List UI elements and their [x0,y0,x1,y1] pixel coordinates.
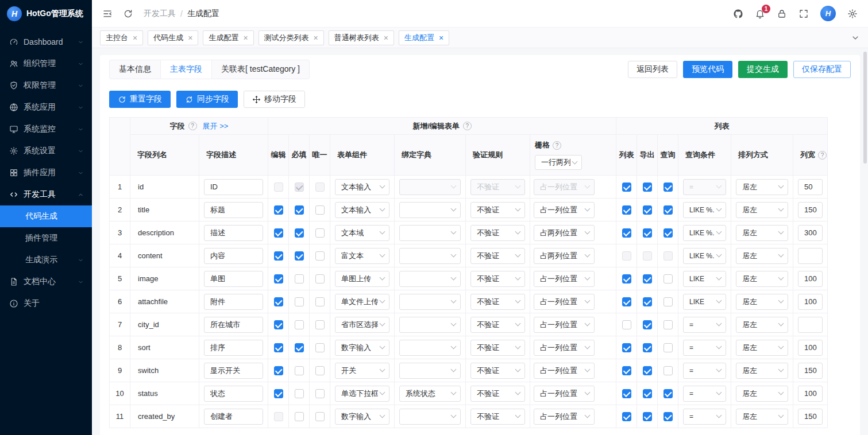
form-component-select[interactable]: 文本输入 [335,202,389,218]
align-mode-select[interactable]: 居左 [736,179,788,195]
save-config-only-button[interactable]: 仅保存配置 [793,61,851,78]
validation-rule-select[interactable]: 不验证 [470,248,525,264]
edit-checkbox[interactable] [274,366,283,375]
required-checkbox[interactable] [295,297,304,306]
unique-checkbox[interactable] [315,389,325,398]
unique-checkbox[interactable] [315,274,325,283]
export-checkbox[interactable] [643,412,652,421]
validation-rule-select[interactable]: 不验证 [470,363,525,379]
field-desc-input[interactable]: 状态 [204,386,263,402]
avatar[interactable]: H [820,6,836,21]
help-icon[interactable]: ? [553,141,561,150]
sidebar-item-dev-tools[interactable]: 开发工具 [0,184,92,205]
form-component-select[interactable]: 数字输入 [335,409,389,425]
bind-dict-select[interactable] [399,202,461,218]
export-checkbox[interactable] [643,343,652,352]
content-tab-2[interactable]: 关联表[ testCategory ] [211,60,310,79]
required-checkbox[interactable] [295,366,304,375]
field-desc-input[interactable]: 显示开关 [204,363,263,379]
form-component-select[interactable]: 富文本 [335,248,389,264]
bind-dict-select[interactable] [399,363,461,379]
close-icon[interactable]: × [133,34,137,42]
page-tag-2[interactable]: 生成配置× [203,30,253,45]
field-desc-input[interactable]: 单图 [204,271,263,287]
align-mode-select[interactable]: 居左 [736,317,788,333]
query-checkbox[interactable] [663,228,673,238]
align-mode-select[interactable]: 居左 [736,386,788,402]
validation-rule-select[interactable]: 不验证 [470,271,525,287]
grid-span-select[interactable]: 占一列位置 [534,340,595,356]
unique-checkbox[interactable] [315,228,325,238]
unique-checkbox[interactable] [315,366,325,375]
field-desc-input[interactable]: 所在城市 [204,317,263,333]
bind-dict-select[interactable] [399,409,461,425]
page-tag-1[interactable]: 代码生成× [148,30,198,45]
unique-checkbox[interactable] [315,343,325,352]
preview-code-button[interactable]: 预览代码 [683,61,732,78]
column-width-input[interactable]: 300 [798,225,823,241]
settings-gear-icon[interactable] [847,9,858,19]
list-checkbox[interactable] [622,182,631,192]
form-component-select[interactable]: 单图上传 [335,271,389,287]
query-checkbox[interactable] [663,366,673,375]
bind-dict-select[interactable] [399,248,461,264]
edit-checkbox[interactable] [274,343,283,352]
submit-generate-button[interactable]: 提交生成 [738,61,788,78]
align-mode-select[interactable]: 居左 [736,271,788,287]
align-mode-select[interactable]: 居左 [736,409,788,425]
required-checkbox[interactable] [295,389,304,398]
list-checkbox[interactable] [622,251,631,261]
align-mode-select[interactable]: 居左 [736,225,788,241]
align-mode-select[interactable]: 居左 [736,340,788,356]
export-checkbox[interactable] [643,205,652,215]
unique-checkbox[interactable] [315,205,325,215]
query-condition-select[interactable]: = [683,386,726,402]
field-desc-input[interactable]: 创建者 [204,409,263,425]
bind-dict-select[interactable] [399,225,461,241]
list-checkbox[interactable] [622,389,631,398]
validation-rule-select[interactable]: 不验证 [470,409,525,425]
form-component-select[interactable]: 数字输入 [335,340,389,356]
export-checkbox[interactable] [643,228,652,238]
validation-rule-select[interactable]: 不验证 [470,294,525,310]
query-checkbox[interactable] [663,320,673,329]
edit-checkbox[interactable] [274,228,283,238]
column-width-input[interactable]: 150 [798,363,823,379]
expand-columns-link[interactable]: 展开 >> [203,121,229,131]
column-width-input[interactable]: 150 [798,409,823,425]
query-condition-select[interactable]: LIKE %...% [683,225,726,241]
notifications-button[interactable]: 1 [755,9,765,19]
sidebar-subitem-code-generation[interactable]: 代码生成 [0,205,92,227]
edit-checkbox[interactable] [274,251,283,261]
sidebar-item-plugin-app[interactable]: 插件应用 [0,162,92,184]
required-checkbox[interactable] [295,343,304,352]
form-component-select[interactable]: 开关 [335,363,389,379]
column-width-input[interactable]: 150 [798,202,823,218]
close-icon[interactable]: × [439,34,443,42]
bind-dict-select[interactable] [399,317,461,333]
content-tab-1[interactable]: 主表字段 [160,60,212,79]
grid-span-select[interactable]: 占一列位置 [534,363,595,379]
edit-checkbox[interactable] [274,182,283,192]
column-width-input[interactable]: 100 [798,294,823,310]
unique-checkbox[interactable] [315,182,325,192]
sidebar-item-org-management[interactable]: 组织管理 [0,53,92,75]
validation-rule-select[interactable]: 不验证 [470,386,525,402]
github-icon[interactable] [733,9,743,19]
edit-checkbox[interactable] [274,274,283,283]
form-component-select[interactable]: 文本域 [335,225,389,241]
list-checkbox[interactable] [622,366,631,375]
column-width-input[interactable] [798,248,823,264]
bind-dict-select[interactable] [399,179,461,195]
grid-span-select[interactable]: 占两列位置 [534,225,595,241]
export-checkbox[interactable] [643,389,652,398]
sidebar-item-dashboard[interactable]: Dashboard [0,31,92,53]
validation-rule-select[interactable]: 不验证 [470,317,525,333]
refresh-page-icon[interactable] [123,9,133,19]
export-checkbox[interactable] [643,320,652,329]
query-condition-select[interactable]: LIKE %...% [683,202,726,218]
help-icon[interactable]: ? [188,122,197,130]
app-logo[interactable]: H HotGo管理系统 [0,0,92,28]
query-checkbox[interactable] [663,389,673,398]
bind-dict-select[interactable] [399,340,461,356]
